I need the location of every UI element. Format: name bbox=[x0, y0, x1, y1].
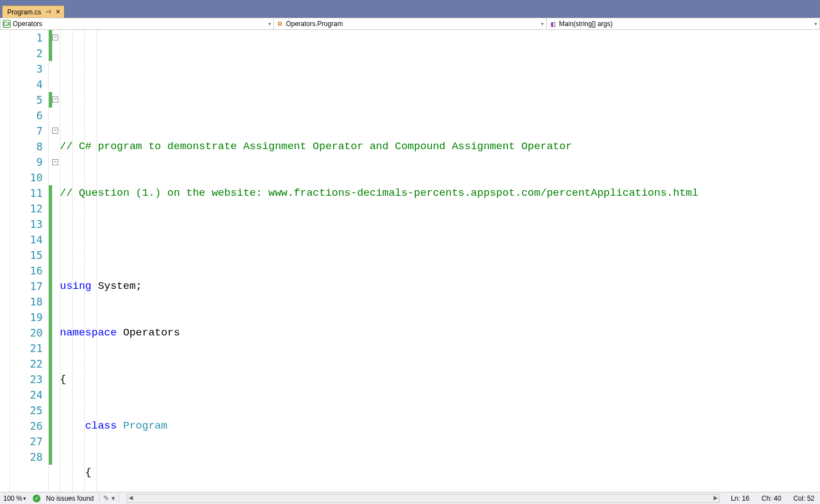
chevron-down-icon: ▾ bbox=[23, 496, 26, 501]
pin-icon[interactable]: ⊣ bbox=[45, 8, 51, 16]
line-number: 4 bbox=[10, 77, 43, 92]
issues-label[interactable]: No issues found bbox=[46, 495, 94, 502]
csharp-icon: C# bbox=[3, 20, 11, 28]
line-number: 9 bbox=[10, 154, 43, 170]
horizontal-scrollbar[interactable] bbox=[127, 494, 720, 503]
navigation-bar: C# Operators ▾ ⧉ Operators.Program ▾ ◧ M… bbox=[0, 18, 820, 30]
line-number: 7 bbox=[10, 123, 43, 139]
line-number: 28 bbox=[10, 449, 43, 465]
line-number: 2 bbox=[10, 45, 43, 61]
line-number: 15 bbox=[10, 247, 43, 263]
nav-namespace-label: Operators bbox=[13, 20, 42, 28]
line-number: 6 bbox=[10, 108, 43, 123]
col-indicator[interactable]: Col: 52 bbox=[790, 495, 818, 502]
code-line: namespace Operators bbox=[60, 325, 820, 340]
file-tab-program[interactable]: Program.cs ⊣ ✕ bbox=[2, 6, 64, 18]
line-number: 19 bbox=[10, 309, 43, 325]
nav-namespace-dropdown[interactable]: C# Operators ▾ bbox=[1, 18, 274, 29]
file-tab-row: Program.cs ⊣ ✕ bbox=[0, 4, 820, 18]
line-number: 11 bbox=[10, 185, 43, 201]
line-number: 23 bbox=[10, 371, 43, 387]
check-icon: ✓ bbox=[33, 495, 40, 502]
line-number: 16 bbox=[10, 263, 43, 278]
code-line: class Program bbox=[60, 418, 820, 434]
line-number: 17 bbox=[10, 278, 43, 294]
fold-toggle[interactable]: − bbox=[52, 96, 58, 103]
line-number: 25 bbox=[10, 403, 43, 418]
line-number-gutter: 1234567891011121314151617181920212223242… bbox=[10, 30, 49, 492]
line-number: 1 bbox=[10, 30, 43, 45]
zoom-dropdown[interactable]: 100 % ▾ bbox=[2, 495, 27, 502]
char-indicator[interactable]: Ch: 40 bbox=[758, 495, 785, 502]
line-indicator[interactable]: Ln: 16 bbox=[727, 495, 752, 502]
line-number: 20 bbox=[10, 325, 43, 340]
close-icon[interactable]: ✕ bbox=[55, 8, 60, 16]
method-icon: ◧ bbox=[549, 20, 557, 28]
code-line: { bbox=[60, 465, 820, 480]
line-number: 3 bbox=[10, 61, 43, 77]
nav-method-label: Main(string[] args) bbox=[559, 20, 613, 28]
nav-class-label: Operators.Program bbox=[286, 20, 343, 28]
nav-method-dropdown[interactable]: ◧ Main(string[] args) ▾ bbox=[547, 18, 819, 29]
fold-toggle[interactable]: − bbox=[52, 34, 58, 40]
nav-class-dropdown[interactable]: ⧉ Operators.Program ▾ bbox=[274, 18, 547, 29]
line-number: 8 bbox=[10, 139, 43, 154]
line-number: 14 bbox=[10, 232, 43, 247]
window-titlebar bbox=[0, 0, 820, 4]
fold-toggle[interactable]: − bbox=[52, 128, 58, 134]
code-line: using System; bbox=[60, 278, 820, 294]
code-text-area[interactable]: // C# program to demonstrate Assignment … bbox=[59, 30, 820, 492]
status-bar: 100 % ▾ ✓ No issues found ✎ ▾ Ln: 16 Ch:… bbox=[0, 492, 820, 504]
chevron-down-icon: ▾ bbox=[814, 21, 817, 27]
code-line bbox=[60, 232, 820, 247]
zoom-label: 100 % bbox=[3, 495, 22, 502]
screwdriver-icon[interactable]: ✎ ▾ bbox=[99, 494, 119, 502]
line-number: 21 bbox=[10, 340, 43, 356]
code-editor[interactable]: 1234567891011121314151617181920212223242… bbox=[0, 30, 820, 492]
indicator-margin bbox=[0, 30, 10, 492]
code-line: // Question (1.) on the website: www.fra… bbox=[60, 185, 820, 201]
line-number: 5 bbox=[10, 92, 43, 108]
outlining-margin[interactable]: − − − − bbox=[52, 30, 59, 492]
file-tab-label: Program.cs bbox=[7, 8, 41, 16]
line-number: 12 bbox=[10, 201, 43, 216]
line-number: 27 bbox=[10, 434, 43, 449]
chevron-down-icon: ▾ bbox=[268, 21, 271, 27]
line-number: 26 bbox=[10, 418, 43, 434]
code-line: { bbox=[60, 371, 820, 387]
line-number: 24 bbox=[10, 387, 43, 403]
line-number: 18 bbox=[10, 294, 43, 309]
line-number: 10 bbox=[10, 170, 43, 185]
code-line: // C# program to demonstrate Assignment … bbox=[60, 139, 820, 154]
line-number: 22 bbox=[10, 356, 43, 371]
class-icon: ⧉ bbox=[276, 20, 284, 28]
line-number: 13 bbox=[10, 216, 43, 232]
chevron-down-icon: ▾ bbox=[541, 21, 544, 27]
fold-toggle[interactable]: − bbox=[52, 159, 58, 165]
